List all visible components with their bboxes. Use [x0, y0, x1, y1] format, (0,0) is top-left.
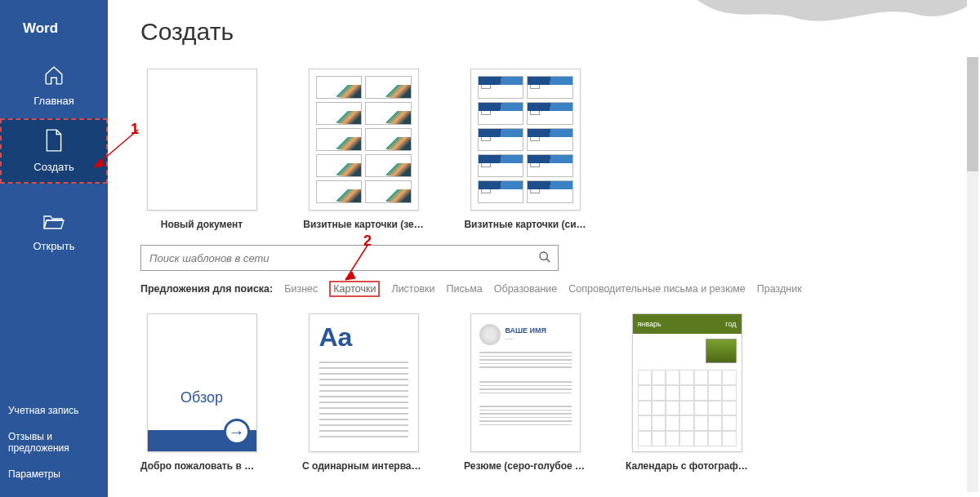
sidebar-item-label: Открыть: [33, 240, 74, 252]
template-calendar[interactable]: январьгод Календарь с фотографией: [626, 313, 748, 472]
suggestions-lead: Предложения для поиска:: [140, 283, 273, 295]
svg-point-0: [540, 252, 547, 260]
sidebar-item-open[interactable]: Открыть: [0, 200, 108, 265]
svg-line-1: [546, 259, 550, 262]
suggestion-link[interactable]: Бизнес: [284, 283, 318, 295]
scrollbar-thumb[interactable]: [967, 57, 978, 171]
annotation-arrow-1: [86, 126, 143, 175]
template-thumbnail: ВАШЕ ИМЯ------: [470, 313, 581, 452]
template-label: Визитные карточки (зе…: [302, 219, 425, 230]
template-business-cards-blue[interactable]: Визитные карточки (си…: [464, 69, 586, 230]
template-business-cards-green[interactable]: Визитные карточки (зе…: [302, 69, 425, 230]
annotation-arrow-2: [339, 241, 380, 290]
suggestion-link[interactable]: Письма: [447, 283, 483, 295]
template-label: С одинарным интервало…: [302, 460, 425, 472]
template-label: Календарь с фотографией: [626, 460, 748, 472]
document-icon: [45, 129, 63, 157]
sidebar-item-label: Главная: [33, 95, 74, 107]
decorative-ribbon: [697, 0, 967, 29]
app-title: Word: [0, 0, 108, 37]
arrow-right-icon: →: [224, 419, 250, 445]
template-resume[interactable]: ВАШЕ ИМЯ------ Резюме (серо-голубое о…: [464, 313, 586, 472]
scrollbar[interactable]: [967, 57, 978, 492]
suggestion-link[interactable]: Образование: [494, 283, 557, 295]
sidebar-item-label: Создать: [33, 161, 74, 173]
template-blank-document[interactable]: Новый документ: [140, 69, 263, 230]
sidebar-link-options[interactable]: Параметры: [0, 461, 108, 487]
template-label: Визитные карточки (си…: [464, 219, 586, 230]
template-label: Новый документ: [140, 219, 263, 230]
template-label: Добро пожаловать в Word: [140, 460, 263, 472]
suggestion-link[interactable]: Праздник: [757, 283, 802, 295]
suggestion-link[interactable]: Листовки: [391, 283, 434, 295]
suggestion-link[interactable]: Сопроводительные письма и резюме: [568, 283, 745, 295]
sidebar-link-account[interactable]: Учетная запись: [0, 397, 108, 424]
svg-line-4: [345, 244, 368, 280]
template-thumbnail: Aa: [309, 313, 419, 452]
template-thumbnail: [470, 69, 581, 211]
folder-open-icon: [42, 213, 65, 236]
template-single-spaced[interactable]: Aa С одинарным интервало…: [302, 313, 425, 472]
sidebar-item-home[interactable]: Главная: [0, 53, 108, 118]
search-input[interactable]: [141, 252, 532, 264]
home-icon: [43, 64, 65, 91]
template-label: Резюме (серо-голубое о…: [464, 460, 586, 472]
template-thumbnail: [309, 69, 419, 211]
template-thumbnail: [147, 69, 257, 211]
template-welcome[interactable]: Обзор → Добро пожаловать в Word: [140, 313, 263, 472]
template-thumbnail: январьгод: [632, 313, 742, 452]
search-icon[interactable]: [532, 251, 558, 266]
template-thumbnail: Обзор →: [147, 313, 257, 452]
sidebar-link-feedback[interactable]: Отзывы и предложения: [0, 424, 108, 461]
avatar-icon: [479, 324, 501, 345]
